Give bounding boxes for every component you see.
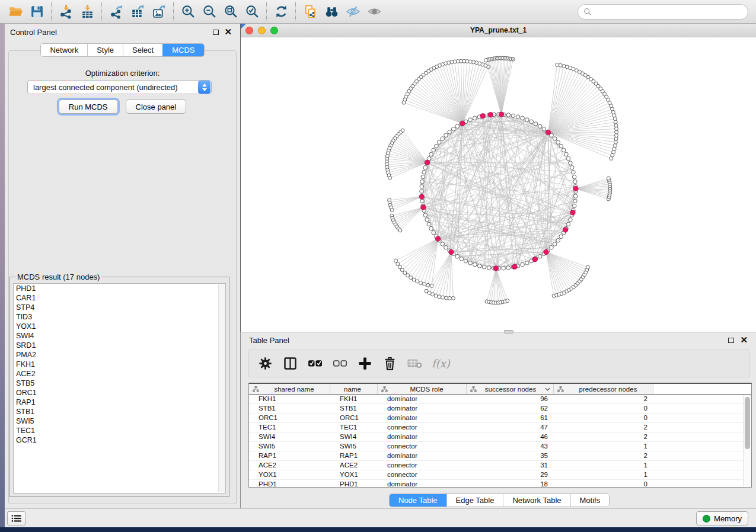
mcds-result-list[interactable]: PHD1CAR1STP4TID3YOX1SWI4SRD1PMA2FKH1ACE2… — [13, 283, 226, 493]
table-row[interactable]: SWI4SWI4dominator462 — [249, 432, 751, 442]
first-neighbors-button[interactable] — [321, 2, 342, 21]
mcds-result-item[interactable]: TEC1 — [14, 426, 225, 435]
mcds-result-item[interactable]: FKH1 — [14, 360, 225, 369]
import-table-button[interactable] — [76, 2, 98, 21]
save-session-button[interactable] — [26, 2, 47, 21]
table-row[interactable]: ACE2ACE2connector311 — [249, 461, 751, 470]
mcds-result-item[interactable]: CAR1 — [14, 293, 225, 303]
mcds-result-item[interactable]: RAP1 — [14, 398, 225, 407]
mcds-result-item[interactable]: YOX1 — [14, 322, 225, 331]
dropdown-stepper-icon — [198, 81, 210, 94]
open-file-button[interactable] — [5, 2, 26, 21]
network-window-titlebar[interactable]: YPA_prune.txt_1 — [241, 24, 756, 37]
table-tab-motifs[interactable]: Motifs — [570, 494, 610, 507]
zoom-in-button[interactable] — [177, 2, 199, 21]
float-panel-icon[interactable] — [728, 338, 734, 343]
memory-status-icon — [703, 515, 710, 523]
export-network-button[interactable] — [106, 2, 127, 21]
table-cell: 43 — [467, 442, 554, 451]
table-row[interactable]: TEC1TEC1connector472 — [249, 423, 751, 432]
mcds-result-item[interactable]: ACE2 — [14, 369, 225, 379]
delete-column-button[interactable] — [382, 355, 398, 371]
function-builder-label[interactable]: f(x) — [432, 357, 450, 370]
mcds-result-item[interactable]: GCR1 — [14, 435, 225, 445]
table-tab-node-table[interactable]: Node Table — [390, 494, 446, 507]
zoom-fit-button[interactable] — [220, 2, 241, 21]
table-row[interactable]: FKH1FKH1dominator962 — [249, 395, 751, 404]
column-header-successor-nodes[interactable]: successor nodes — [467, 384, 554, 394]
tab-mcds[interactable]: MCDS — [162, 44, 203, 56]
search-box[interactable] — [578, 4, 748, 20]
network-graph[interactable] — [241, 37, 755, 331]
settings-gear-button[interactable] — [257, 355, 273, 371]
table-row[interactable]: PHD1PHD1dominator180 — [249, 480, 751, 489]
table-cell: YOX1 — [330, 470, 378, 479]
table-row[interactable]: ORC1ORC1dominator610 — [249, 414, 751, 423]
table-cell: dominator — [378, 395, 467, 403]
checked-boxes-icon — [307, 358, 323, 369]
select-all-button[interactable] — [307, 355, 323, 371]
table-panel-title: Table Panel — [249, 336, 289, 345]
mcds-result-item[interactable]: SWI5 — [14, 416, 225, 426]
table-tab-network-table[interactable]: Network Table — [503, 494, 570, 507]
mcds-result-item[interactable]: STB1 — [14, 407, 225, 416]
table-row[interactable]: SWI5SWI5connector431 — [249, 442, 751, 451]
refresh-view-button[interactable] — [270, 2, 292, 21]
table-cell: 0 — [554, 480, 653, 489]
export-image-button[interactable] — [148, 2, 170, 21]
window-minimize-icon[interactable] — [258, 27, 266, 34]
column-header-shared-name[interactable]: shared name — [249, 384, 330, 394]
window-maximize-icon[interactable] — [270, 27, 278, 34]
delete-table-button[interactable] — [407, 355, 423, 371]
split-columns-icon — [282, 355, 298, 371]
deselect-all-button[interactable] — [332, 355, 348, 371]
run-mcds-button[interactable]: Run MCDS — [59, 100, 118, 114]
search-input[interactable] — [595, 7, 742, 16]
tab-style[interactable]: Style — [87, 44, 123, 56]
mcds-result-item[interactable]: ORC1 — [14, 388, 225, 398]
table-scrollbar[interactable] — [743, 395, 751, 486]
show-all-button[interactable] — [363, 2, 385, 21]
table-tab-edge-table[interactable]: Edge Table — [446, 494, 503, 507]
export-network-icon — [109, 4, 124, 19]
unchecked-boxes-icon — [332, 358, 348, 369]
mcds-result-item[interactable]: STP4 — [14, 303, 225, 312]
hide-selected-button[interactable] — [342, 2, 363, 21]
column-header-mcds-role[interactable]: MCDS role — [378, 384, 467, 394]
export-table-button[interactable] — [127, 2, 148, 21]
scrollbar-thumb[interactable] — [745, 397, 750, 449]
memory-label: Memory — [714, 514, 742, 523]
split-columns-button[interactable] — [282, 355, 298, 371]
mcds-result-group: MCDS result (17 nodes) PHD1CAR1STP4TID3Y… — [9, 277, 229, 497]
mcds-result-item[interactable]: SWI4 — [14, 331, 225, 341]
mcds-result-item[interactable]: TID3 — [14, 312, 225, 322]
column-header-name[interactable]: name — [330, 384, 378, 394]
mcds-result-item[interactable]: STB5 — [14, 379, 225, 388]
table-cell: 0 — [554, 414, 653, 422]
memory-button[interactable]: Memory — [696, 511, 748, 525]
dropdown-value: largest connected component (undirected) — [28, 83, 198, 92]
window-close-icon[interactable] — [245, 27, 253, 34]
import-network-button[interactable] — [55, 2, 76, 21]
zoom-out-button[interactable] — [199, 2, 220, 21]
float-panel-icon[interactable] — [213, 30, 219, 35]
table-row[interactable]: STB1STB1dominator620 — [249, 404, 751, 414]
mcds-result-item[interactable]: SRD1 — [14, 341, 225, 350]
table-row[interactable]: YOX1YOX1connector291 — [249, 470, 751, 480]
network-canvas[interactable] — [241, 37, 756, 332]
optimization-criterion-dropdown[interactable]: largest connected component (undirected) — [27, 80, 212, 94]
mcds-result-item[interactable]: PHD1 — [14, 284, 225, 293]
zoom-selected-button[interactable] — [241, 2, 263, 21]
close-panel-icon[interactable]: ✕ — [740, 337, 748, 343]
show-panels-button[interactable] — [7, 511, 25, 525]
clone-network-button[interactable] — [299, 2, 321, 21]
tab-network[interactable]: Network — [41, 44, 87, 56]
add-column-button[interactable] — [357, 355, 373, 371]
close-panel-button[interactable]: Close panel — [126, 100, 187, 114]
tab-select[interactable]: Select — [123, 44, 162, 56]
column-header-predecessor-nodes[interactable]: predecessor nodes — [554, 384, 653, 394]
table-row[interactable]: RAP1RAP1dominator352 — [249, 451, 751, 461]
mcds-list-scrollbar[interactable] — [218, 284, 225, 492]
close-panel-icon[interactable]: ✕ — [224, 29, 232, 35]
mcds-result-item[interactable]: PMA2 — [14, 350, 225, 360]
